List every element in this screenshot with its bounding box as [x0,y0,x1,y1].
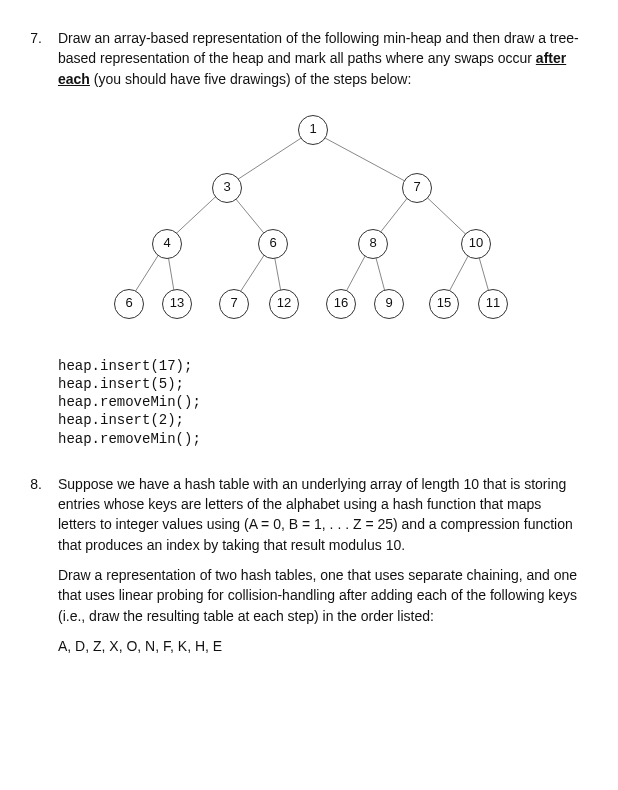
problem-body: Draw an array-based representation of th… [58,28,582,448]
text-part: Draw an array-based representation of th… [58,30,579,66]
heap-operations-code: heap.insert(17); heap.insert(5); heap.re… [58,357,582,448]
tree-node: 6 [114,289,144,319]
tree-node: 6 [258,229,288,259]
problem-body: Suppose we have a hash table with an und… [58,474,582,666]
problem-8-text-p1: Suppose we have a hash table with an und… [58,474,582,555]
svg-line-1 [312,131,416,187]
problem-7-text: Draw an array-based representation of th… [58,28,582,89]
tree-node: 3 [212,173,242,203]
problem-number: 8. [24,474,42,666]
tree-node: 13 [162,289,192,319]
tree-node: 12 [269,289,299,319]
tree-node: 1 [298,115,328,145]
tree-node: 15 [429,289,459,319]
problem-8: 8. Suppose we have a hash table with an … [24,474,582,666]
tree-node: 16 [326,289,356,319]
problem-number: 7. [24,28,42,448]
tree-node: 7 [219,289,249,319]
tree-node: 9 [374,289,404,319]
problem-8-keys: A, D, Z, X, O, N, F, K, H, E [58,636,582,656]
tree-node: 11 [478,289,508,319]
tree-node: 4 [152,229,182,259]
tree-node: 7 [402,173,432,203]
problem-8-text-p2: Draw a representation of two hash tables… [58,565,582,626]
heap-tree-diagram: 1 3 7 4 6 8 10 6 13 7 12 16 9 15 11 [58,109,528,339]
tree-node: 8 [358,229,388,259]
text-part: (you should have five drawings) of the s… [90,71,411,87]
problem-7: 7. Draw an array-based representation of… [24,28,582,448]
tree-node: 10 [461,229,491,259]
